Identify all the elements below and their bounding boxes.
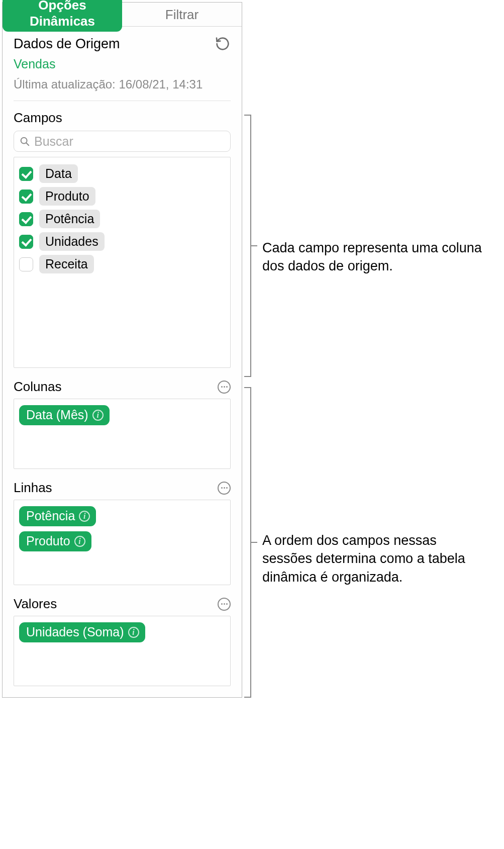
row-field-pill[interactable]: Produto i [19,531,91,551]
field-checkbox[interactable] [19,212,33,226]
field-checkbox[interactable] [19,235,33,249]
callout-zones: A ordem dos campos nessas sessões determ… [262,531,488,586]
columns-dropzone[interactable]: Data (Mês) i [14,399,231,469]
tab-pivot-options[interactable]: Opções Dinâmicas [3,0,122,33]
field-checkbox[interactable] [19,190,33,204]
search-input[interactable] [34,134,225,149]
pill-label: Potência [26,509,75,523]
source-name: Vendas [14,57,231,71]
rows-header: Linhas [14,480,231,496]
field-chip[interactable]: Produto [39,187,95,206]
field-chip[interactable]: Data [39,164,78,183]
info-icon[interactable]: i [79,511,90,522]
pill-label: Unidades (Soma) [26,625,124,639]
ellipsis-icon [221,386,228,388]
field-chip[interactable]: Receita [39,255,94,273]
tab-filter[interactable]: Filtrar [122,3,242,27]
row-field-pill[interactable]: Potência i [19,506,96,526]
source-title: Dados de Origem [14,36,120,52]
pivot-options-panel: Opções Dinâmicas Filtrar Dados de Origem… [2,2,242,698]
callout-bracket [244,387,251,698]
field-row: Unidades [19,230,225,253]
field-checkbox[interactable] [19,167,33,181]
fields-search[interactable] [14,131,231,152]
svg-line-1 [26,143,29,145]
column-field-pill[interactable]: Data (Mês) i [19,405,110,425]
ellipsis-icon [221,603,228,605]
source-updated: Última atualização: 16/08/21, 14:31 [14,77,231,91]
info-icon[interactable]: i [128,627,139,638]
field-checkbox[interactable] [19,257,33,271]
tab-label: Opções Dinâmicas [3,0,122,32]
pill-label: Produto [26,534,70,548]
value-field-pill[interactable]: Unidades (Soma) i [19,622,145,642]
fields-list: Data Produto Potência Unidades Receita [14,157,231,368]
info-icon[interactable]: i [74,536,85,547]
columns-header: Colunas [14,379,231,395]
ellipsis-icon [221,487,228,489]
refresh-button[interactable] [215,36,231,52]
rows-more-button[interactable] [218,482,231,495]
rows-dropzone[interactable]: Potência i Produto i [14,500,231,585]
fields-section-title: Campos [14,110,231,126]
values-dropzone[interactable]: Unidades (Soma) i [14,616,231,686]
source-header: Dados de Origem [14,36,231,52]
values-title: Valores [14,596,57,612]
field-row: Potência [19,208,225,230]
callout-bracket [244,115,251,377]
panel-content: Dados de Origem Vendas Última atualizaçã… [3,27,242,697]
field-chip[interactable]: Potência [39,210,100,228]
rows-title: Linhas [14,480,52,496]
field-row: Receita [19,253,225,275]
search-icon [19,136,30,147]
panel-tabs: Opções Dinâmicas Filtrar [3,3,242,27]
pill-label: Data (Mês) [26,408,88,422]
tab-label: Filtrar [165,7,198,22]
columns-more-button[interactable] [218,381,231,394]
values-header: Valores [14,596,231,612]
field-chip[interactable]: Unidades [39,232,105,251]
values-more-button[interactable] [218,598,231,611]
divider [14,101,231,101]
field-row: Produto [19,185,225,208]
info-icon[interactable]: i [92,410,104,421]
callout-fields: Cada campo representa uma coluna dos dad… [262,239,488,275]
columns-title: Colunas [14,379,61,395]
field-row: Data [19,162,225,185]
refresh-icon [215,36,231,52]
